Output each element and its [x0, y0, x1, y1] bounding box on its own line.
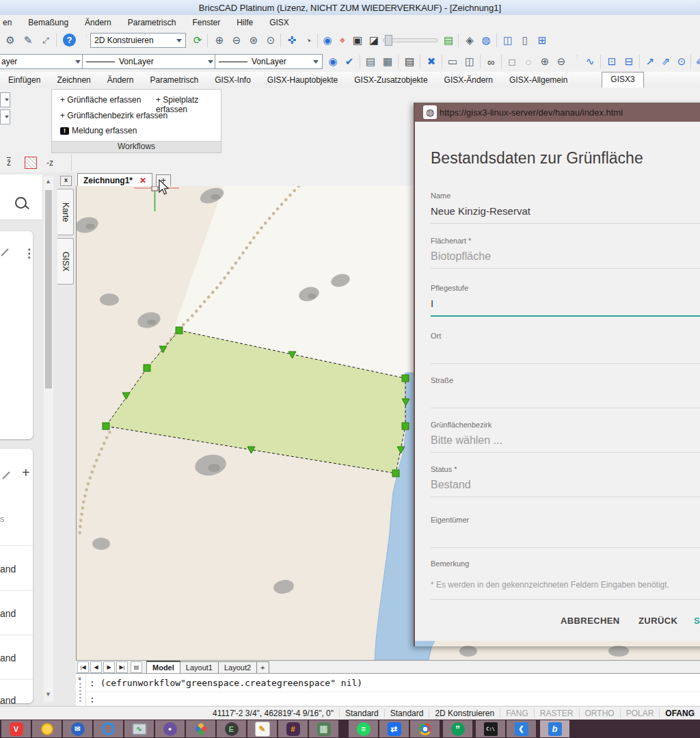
scrollbar-thumb[interactable]	[45, 190, 52, 388]
add-icon[interactable]: +	[22, 465, 30, 481]
taskbar-app-monitor[interactable]: ∿	[124, 720, 154, 737]
zoom-object-icon[interactable]: ◌	[521, 54, 536, 69]
tab-layout1[interactable]: Layout1	[180, 661, 219, 674]
next-tab-button[interactable]: ▶	[103, 661, 115, 673]
print-icon[interactable]: ▤	[402, 54, 417, 69]
menu-item-parametrisch[interactable]: Parametrisch	[128, 18, 176, 27]
workflow-gruenflaechenbezirk-erfassen[interactable]: + Grünflächenbezirk erfassen	[60, 111, 167, 120]
status-workspace[interactable]: 2D Konstruieren	[429, 709, 500, 718]
ribbon-tab-gisx3[interactable]: GISX3	[602, 72, 643, 88]
close-icon[interactable]: ✕	[78, 675, 81, 682]
toggle-fang[interactable]: FANG	[500, 709, 534, 718]
taskbar-app-terminal[interactable]: C:\	[476, 720, 505, 737]
ucs-icon[interactable]: ⌖	[335, 33, 350, 48]
toggle-raster[interactable]: RASTER	[534, 709, 579, 718]
image-attach-icon[interactable]: ▤	[363, 54, 378, 69]
list-item[interactable]: and	[0, 608, 33, 619]
command-prompt[interactable]: :	[90, 694, 95, 704]
regen-icon[interactable]: ⟳	[190, 33, 205, 48]
menu-item-aendern[interactable]: Ändern	[85, 18, 111, 27]
check-icon[interactable]: ✔	[342, 54, 357, 69]
erase-icon[interactable]: ✖	[424, 54, 439, 69]
rotate-point-icon[interactable]: ⊙	[674, 54, 689, 69]
taskbar-app-emacs[interactable]: E	[217, 720, 246, 737]
binoculars-icon[interactable]: ∞	[483, 54, 498, 69]
move-points-icon[interactable]: ⇗	[658, 54, 673, 69]
window-panes-icon[interactable]: ◫	[500, 33, 515, 48]
panel-scrollbar[interactable]: ▲ ▼	[44, 176, 53, 702]
pflegestufe-input[interactable]: I	[431, 298, 433, 309]
render-icon[interactable]: ◪	[366, 33, 381, 48]
taskbar-app-chrome[interactable]	[410, 720, 440, 737]
dialog-titlebar[interactable]: ◍ https://gisx3-linux-server/dev/hanau/i…	[415, 103, 700, 122]
zoom-out2-icon[interactable]: ⊖	[554, 54, 569, 69]
toggle-ortho[interactable]: ORTHO	[579, 709, 620, 718]
tab-layout2[interactable]: Layout2	[218, 661, 257, 674]
ribbon-tab-gisx-hauptobjekte[interactable]: GISX-Hauptobjekte	[259, 73, 346, 88]
hatch-icon[interactable]	[25, 157, 37, 169]
ribbon-tab-aendern[interactable]: Ändern	[99, 73, 142, 88]
save-view-icon[interactable]: ◍	[479, 33, 494, 48]
status-select[interactable]: Bestand	[431, 479, 471, 491]
zurueck-button[interactable]: ZURÜCK	[638, 616, 677, 626]
pan-icon[interactable]: ✜	[284, 33, 299, 48]
points-box2-icon[interactable]: ⊟	[621, 54, 636, 69]
layer-combo[interactable]: ayer	[0, 54, 85, 69]
gruenflaechenbezirk-select[interactable]: Bitte wählen ...	[431, 434, 502, 447]
flaechenart-select[interactable]: Biotopfläche	[431, 250, 491, 263]
help-icon[interactable]: ?	[63, 34, 76, 47]
zoom-window-icon[interactable]: □	[504, 54, 520, 69]
minus-z-icon[interactable]: -z	[42, 155, 57, 170]
abbrechen-button[interactable]: ABBRECHEN	[561, 616, 620, 626]
first-tab-button[interactable]: |◀	[77, 661, 89, 673]
scroll-up-icon[interactable]: ▲	[45, 178, 51, 185]
taskbar-app-coin[interactable]	[32, 720, 62, 737]
image-add-icon[interactable]: ▦	[380, 54, 395, 69]
taskbar-app-vivaldi[interactable]: V	[1, 720, 31, 737]
taskbar-app-green[interactable]: ▦	[309, 720, 338, 737]
move-point-icon[interactable]: ↗	[643, 54, 658, 69]
page-icon[interactable]: ▯	[517, 33, 533, 48]
tab-model[interactable]: Model	[146, 661, 180, 674]
z-elevation-icon[interactable]: z̄	[1, 155, 16, 170]
lineweight-combo[interactable]: VonLayer	[215, 54, 323, 69]
close-drawing-icon[interactable]: ✕	[139, 176, 146, 185]
zoom-in-icon[interactable]: ⊕	[212, 33, 227, 48]
menu-item-fenster[interactable]: Fenster	[192, 18, 220, 27]
menu-item-gisx[interactable]: GISX	[269, 18, 289, 27]
taskbar-app-bricscad[interactable]: b	[540, 720, 569, 737]
speichern-button[interactable]: SPEICHERN	[694, 616, 700, 626]
ribbon-tab-gisx-zusatzobjekte[interactable]: GISX-Zusatzobjekte	[346, 73, 435, 88]
taskbar-app-spotify[interactable]: ≡	[349, 720, 378, 737]
drawing-tab-zeichnung1[interactable]: Zeichnung1* ✕	[77, 173, 152, 187]
points-box-icon[interactable]: ⊡	[604, 54, 619, 69]
camera-icon[interactable]: ▣	[350, 33, 365, 48]
last-tab-button[interactable]: ▶|	[116, 661, 128, 673]
slider-thumb[interactable]	[385, 35, 392, 46]
ribbon-tab-gisx-info[interactable]: GISX-Info	[206, 73, 259, 88]
docked-combo-stub[interactable]	[0, 109, 10, 124]
side-tab-gisx[interactable]: GISX	[57, 238, 74, 285]
side-tab-karte[interactable]: Karte	[57, 189, 74, 235]
taskbar-app-slack[interactable]: #	[278, 720, 308, 737]
workflow-meldung-erfassen[interactable]: ! Meldung erfassen	[60, 126, 137, 135]
settings-icon[interactable]: ⚙	[3, 33, 18, 48]
status-annotation[interactable]: Standard	[384, 709, 429, 718]
book-icon[interactable]: ◫	[462, 54, 477, 69]
kebab-menu-icon[interactable]: ⋮	[23, 246, 35, 261]
list-item[interactable]: and	[0, 695, 33, 706]
panel-close-button[interactable]: x	[60, 176, 72, 186]
menu-item-0[interactable]: en	[3, 18, 12, 27]
ribbon-tab-gisx-aendern[interactable]: GISX-Ändern	[436, 73, 501, 88]
zoom-in2-icon[interactable]: ⊕	[537, 54, 552, 69]
tab-list-icon[interactable]: ▤	[131, 661, 142, 673]
docked-combo-stub[interactable]	[0, 92, 10, 107]
visibility-icon[interactable]: ◉	[325, 54, 340, 69]
scale-icon[interactable]: ⤢	[38, 33, 53, 48]
linetype-combo[interactable]: VonLayer	[82, 54, 217, 69]
name-input[interactable]: Neue Kinzig-Reservat	[431, 205, 530, 217]
zoom-previous-icon[interactable]: ⊙	[263, 33, 278, 48]
taskbar-app-gitkraken[interactable]: •	[155, 720, 185, 737]
taskbar-app-blue-ring[interactable]	[94, 720, 123, 737]
taskbar-app-vscode[interactable]: ❮	[507, 720, 536, 737]
